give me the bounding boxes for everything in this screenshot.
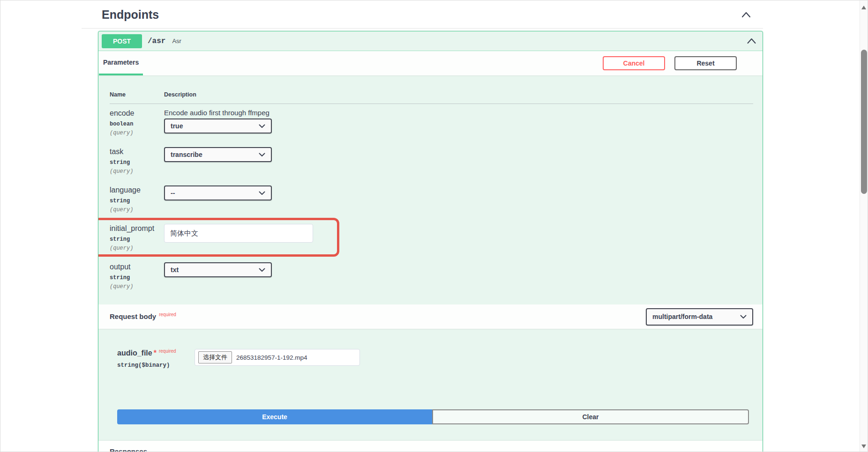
vertical-scrollbar[interactable] bbox=[860, 0, 868, 452]
scrollbar-up-arrow-icon[interactable] bbox=[861, 6, 866, 9]
param-description: Encode audio first through ffmpeg bbox=[164, 109, 753, 117]
language-select[interactable]: -- bbox=[164, 185, 272, 200]
param-location: (query) bbox=[110, 130, 164, 136]
param-type: string bbox=[110, 159, 164, 166]
param-type: boolean bbox=[110, 121, 164, 127]
output-select-value: txt bbox=[171, 266, 179, 274]
choose-file-button[interactable]: 选择文件 bbox=[198, 351, 232, 363]
chevron-down-icon bbox=[259, 266, 265, 274]
selected-file-name: 26853182957-1-192.mp4 bbox=[236, 354, 307, 361]
field-row-audio-file: audio_file*required string($binary) 选择文件… bbox=[117, 349, 749, 409]
param-name: task bbox=[110, 147, 164, 156]
parameter-rows: encode boolean (query) Encode audio firs… bbox=[110, 109, 753, 301]
scrollbar-down-arrow-icon[interactable] bbox=[861, 445, 866, 448]
endpoint-summary: Asr bbox=[172, 37, 181, 44]
required-star: * bbox=[154, 349, 157, 357]
opblock-summary[interactable]: POST /asr Asr bbox=[98, 31, 763, 51]
tab-parameters[interactable]: Parameters bbox=[99, 51, 143, 75]
param-location: (query) bbox=[110, 245, 164, 252]
param-location: (query) bbox=[110, 168, 164, 175]
endpoints-section-header: Endpoints bbox=[98, 0, 763, 22]
main-content: Endpoints POST /asr Asr Parameters Cance… bbox=[98, 0, 763, 452]
parameters-table: Name Description encode boolean (query) … bbox=[98, 75, 763, 304]
content-type-select[interactable]: multipart/form-data bbox=[646, 308, 753, 326]
language-select-value: -- bbox=[171, 189, 175, 197]
field-type: string($binary) bbox=[117, 362, 195, 369]
field-required-badge: required bbox=[159, 348, 176, 354]
encode-select[interactable]: true bbox=[164, 119, 272, 133]
param-row-encode: encode boolean (query) Encode audio firs… bbox=[110, 109, 753, 147]
param-row-language: language string (query) -- bbox=[110, 185, 753, 224]
param-name: initial_prompt bbox=[110, 224, 164, 233]
request-body-label: Request body bbox=[110, 312, 156, 320]
parameters-header: Parameters Cancel Reset bbox=[98, 51, 763, 75]
column-header-description: Description bbox=[164, 91, 196, 98]
initial-prompt-input[interactable] bbox=[164, 224, 313, 243]
page-title: Endpoints bbox=[102, 8, 159, 22]
param-row-output: output string (query) txt bbox=[110, 262, 753, 301]
chevron-down-icon bbox=[259, 122, 265, 130]
param-type: string bbox=[110, 198, 164, 204]
request-body-form: audio_file*required string($binary) 选择文件… bbox=[98, 329, 763, 441]
chevron-down-icon bbox=[740, 313, 747, 320]
header-buttons: Cancel Reset bbox=[603, 56, 737, 70]
param-name: encode bbox=[110, 109, 164, 118]
chevron-down-icon bbox=[259, 151, 265, 158]
param-name: language bbox=[110, 185, 164, 195]
cancel-button[interactable]: Cancel bbox=[603, 56, 665, 70]
tab-parameters-label: Parameters bbox=[103, 59, 139, 66]
execute-button[interactable]: Execute bbox=[117, 409, 432, 424]
endpoint-path: /asr bbox=[148, 37, 165, 45]
responses-label: Responses bbox=[110, 447, 147, 452]
param-name: output bbox=[110, 262, 164, 272]
opblock-collapse-chevron-icon[interactable] bbox=[747, 38, 756, 44]
table-header-row: Name Description bbox=[110, 91, 753, 104]
swagger-ui-page: { "page": { "title": "Endpoints" }, "end… bbox=[0, 0, 868, 452]
param-type: string bbox=[110, 236, 164, 243]
responses-header: Responses bbox=[98, 441, 763, 452]
scrollbar-thumb[interactable] bbox=[861, 50, 867, 194]
param-row-task: task string (query) transcribe bbox=[110, 147, 753, 185]
reset-button[interactable]: Reset bbox=[674, 56, 737, 70]
param-location: (query) bbox=[110, 207, 164, 213]
task-select[interactable]: transcribe bbox=[164, 147, 272, 162]
param-row-initial-prompt: initial_prompt string (query) bbox=[110, 224, 753, 262]
endpoints-collapse-chevron-icon[interactable] bbox=[741, 12, 751, 18]
chevron-down-icon bbox=[259, 189, 265, 197]
clear-button[interactable]: Clear bbox=[432, 409, 749, 424]
task-select-value: transcribe bbox=[171, 151, 202, 158]
file-input[interactable]: 选择文件 26853182957-1-192.mp4 bbox=[195, 349, 360, 366]
param-location: (query) bbox=[110, 283, 164, 290]
field-name: audio_file bbox=[117, 349, 152, 357]
execute-bar: Execute Clear bbox=[117, 409, 749, 424]
request-body-required-badge: required bbox=[159, 312, 176, 317]
section-divider bbox=[82, 28, 763, 29]
opblock-post-asr: POST /asr Asr Parameters Cancel Reset Na… bbox=[98, 31, 763, 452]
request-body-header: Request bodyrequired multipart/form-data bbox=[98, 304, 763, 329]
param-type: string bbox=[110, 274, 164, 281]
encode-select-value: true bbox=[171, 122, 183, 130]
content-type-select-value: multipart/form-data bbox=[652, 313, 712, 320]
output-select[interactable]: txt bbox=[164, 262, 272, 277]
method-badge: POST bbox=[102, 34, 142, 48]
column-header-name: Name bbox=[110, 91, 164, 98]
